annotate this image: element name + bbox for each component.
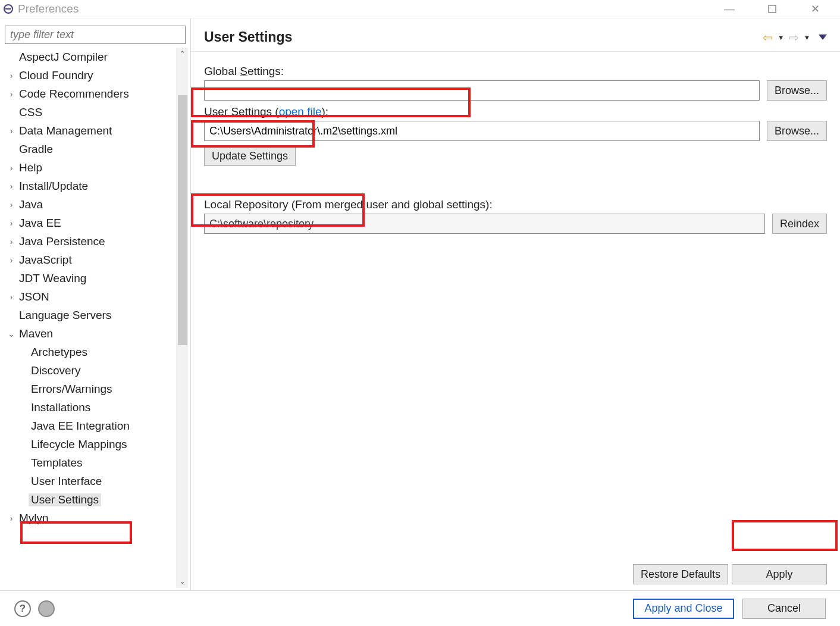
- content-header: User Settings ⇦ ▼ ⇨ ▼: [191, 18, 840, 52]
- svg-rect-2: [5, 8, 11, 10]
- global-settings-label: Global Settings:: [204, 65, 827, 78]
- import-export-icon[interactable]: [38, 600, 55, 617]
- tree-item-aspectj-compiler[interactable]: ›AspectJ Compiler: [5, 48, 174, 66]
- tree-arrow-icon[interactable]: ⌄: [6, 329, 17, 339]
- tree-item-java[interactable]: ›Java: [5, 195, 174, 214]
- reindex-button[interactable]: Reindex: [772, 214, 827, 234]
- filter-input[interactable]: [5, 26, 186, 44]
- tree-item-label: Help: [17, 161, 45, 174]
- tree-arrow-icon[interactable]: ›: [6, 218, 17, 228]
- preferences-tree: ›AspectJ Compiler›Cloud Foundry›Code Rec…: [5, 48, 176, 588]
- tree-item-label: Install/Update: [17, 180, 90, 193]
- tree-item-label: Data Management: [17, 124, 114, 137]
- tree-item-label: Java: [17, 198, 45, 211]
- tree-item-archetypes[interactable]: ›Archetypes: [5, 343, 174, 361]
- tree-item-javascript[interactable]: ›JavaScript: [5, 251, 174, 269]
- nav-back-icon[interactable]: ⇦: [763, 30, 773, 45]
- tree-item-css[interactable]: ›CSS: [5, 103, 174, 121]
- tree-item-help[interactable]: ›Help: [5, 158, 174, 177]
- tree-item-label: Java Persistence: [17, 235, 108, 248]
- apply-and-close-button[interactable]: Apply and Close: [633, 599, 734, 619]
- tree-item-data-management[interactable]: ›Data Management: [5, 121, 174, 140]
- tree-item-label: AspectJ Compiler: [17, 51, 110, 64]
- tree-item-label: Java EE: [17, 217, 64, 230]
- help-icon[interactable]: ?: [14, 600, 31, 617]
- global-label-pre: Global: [204, 65, 240, 77]
- user-label-pre: User Settings (: [204, 105, 279, 118]
- tree-item-label: Discovery: [29, 364, 83, 377]
- tree-item-label: Cloud Foundry: [17, 69, 96, 82]
- tree-arrow-icon[interactable]: ›: [6, 514, 17, 523]
- tree-item-label: Language Servers: [17, 309, 114, 322]
- tree-arrow-icon[interactable]: ›: [6, 89, 17, 99]
- user-label-post: ):: [322, 105, 329, 118]
- nav-forward-dropdown[interactable]: ▼: [804, 34, 810, 41]
- tree-item-errors-warnings[interactable]: ›Errors/Warnings: [5, 380, 174, 398]
- global-label-post: ettings:: [247, 65, 284, 77]
- scroll-down-icon[interactable]: ⌄: [177, 575, 188, 588]
- tree-item-java-ee[interactable]: ›Java EE: [5, 214, 174, 232]
- global-browse-button[interactable]: Browse...: [767, 80, 827, 101]
- tree-item-install-update[interactable]: ›Install/Update: [5, 177, 174, 195]
- tree-arrow-icon[interactable]: ›: [6, 200, 17, 209]
- user-settings-label: User Settings (open file):: [204, 105, 827, 118]
- tree-item-templates[interactable]: ›Templates: [5, 453, 174, 472]
- tree-item-label: Templates: [29, 456, 85, 470]
- tree-item-lifecycle-mappings[interactable]: ›Lifecycle Mappings: [5, 435, 174, 453]
- tree-item-label: Installations: [29, 401, 93, 414]
- tree-item-label: CSS: [17, 106, 45, 119]
- scroll-thumb[interactable]: [178, 95, 187, 345]
- tree-arrow-icon[interactable]: ›: [6, 292, 17, 302]
- tree-scrollbar[interactable]: ⌃ ⌄: [176, 48, 188, 588]
- restore-defaults-button[interactable]: Restore Defaults: [633, 564, 728, 584]
- tree-item-gradle[interactable]: ›Gradle: [5, 140, 174, 158]
- tree-arrow-icon[interactable]: ›: [6, 71, 17, 80]
- tree-item-label: Mylyn: [17, 512, 51, 525]
- tree-item-label: Lifecycle Mappings: [29, 438, 130, 451]
- view-menu-icon[interactable]: [819, 35, 827, 40]
- user-settings-input[interactable]: [204, 121, 760, 141]
- tree-item-user-settings[interactable]: ›User Settings: [5, 490, 174, 509]
- tree-item-json[interactable]: ›JSON: [5, 287, 174, 306]
- global-label-mnemonic: S: [240, 65, 247, 77]
- global-settings-input[interactable]: [204, 80, 760, 101]
- tree-item-mylyn[interactable]: ›Mylyn: [5, 509, 174, 527]
- apply-button[interactable]: Apply: [732, 564, 827, 584]
- tree-item-discovery[interactable]: ›Discovery: [5, 361, 174, 380]
- tree-item-label: JDT Weaving: [17, 272, 89, 285]
- minimize-button[interactable]: —: [719, 2, 740, 16]
- page-title: User Settings: [204, 29, 292, 45]
- tree-item-java-persistence[interactable]: ›Java Persistence: [5, 232, 174, 251]
- maximize-button[interactable]: [761, 2, 783, 16]
- tree-item-language-servers[interactable]: ›Language Servers: [5, 306, 174, 324]
- user-browse-button[interactable]: Browse...: [767, 121, 827, 141]
- tree-item-user-interface[interactable]: ›User Interface: [5, 472, 174, 490]
- tree-arrow-icon[interactable]: ›: [6, 237, 17, 246]
- tree-item-label: JavaScript: [17, 253, 74, 267]
- scroll-up-icon[interactable]: ⌃: [177, 48, 188, 61]
- tree-item-label: Code Recommenders: [17, 87, 131, 101]
- content-panel: User Settings ⇦ ▼ ⇨ ▼ Global Settings: B…: [190, 18, 840, 590]
- update-settings-button[interactable]: Update Settings: [204, 146, 296, 166]
- open-file-link[interactable]: open file: [279, 105, 322, 118]
- tree-arrow-icon[interactable]: ›: [6, 163, 17, 173]
- window-title: Preferences: [18, 2, 79, 15]
- tree-arrow-icon[interactable]: ›: [6, 255, 17, 265]
- footer: ? Apply and Close Cancel: [0, 590, 840, 626]
- tree-arrow-icon[interactable]: ›: [6, 181, 17, 191]
- close-button[interactable]: ✕: [804, 2, 826, 16]
- tree-item-maven[interactable]: ⌄Maven: [5, 324, 174, 343]
- sidebar: ›AspectJ Compiler›Cloud Foundry›Code Rec…: [0, 18, 190, 590]
- tree-arrow-icon[interactable]: ›: [6, 126, 17, 136]
- nav-back-dropdown[interactable]: ▼: [778, 34, 784, 41]
- tree-item-java-ee-integration[interactable]: ›Java EE Integration: [5, 417, 174, 435]
- tree-item-code-recommenders[interactable]: ›Code Recommenders: [5, 84, 174, 103]
- app-icon: [2, 3, 14, 15]
- tree-item-label: Java EE Integration: [29, 420, 132, 433]
- nav-forward-icon[interactable]: ⇨: [789, 30, 799, 45]
- cancel-button[interactable]: Cancel: [742, 599, 826, 619]
- tree-item-cloud-foundry[interactable]: ›Cloud Foundry: [5, 66, 174, 84]
- tree-item-label: Maven: [17, 327, 55, 340]
- tree-item-jdt-weaving[interactable]: ›JDT Weaving: [5, 269, 174, 287]
- tree-item-installations[interactable]: ›Installations: [5, 398, 174, 417]
